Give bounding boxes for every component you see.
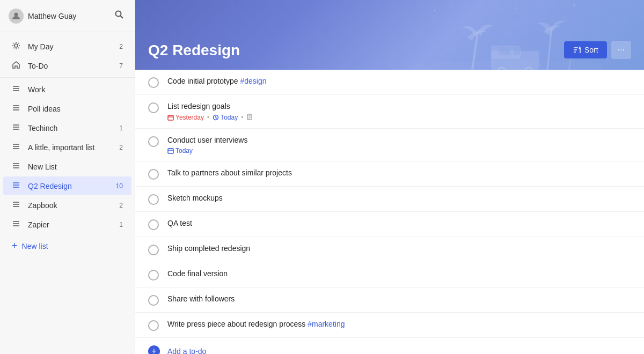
sidebar-item-to-do[interactable]: To-Do 7 <box>3 56 131 75</box>
table-row[interactable]: List redesign goals Yesterday • Today • <box>135 95 644 129</box>
sidebar-item-q2-redesign[interactable]: Q2 Redesign 10 <box>3 176 131 195</box>
task-text: Talk to partners about similar projects <box>167 168 292 177</box>
task-checkbox[interactable] <box>148 270 159 281</box>
sort-icon <box>573 46 581 54</box>
separator: • <box>207 114 209 121</box>
reminder-icon <box>213 114 219 121</box>
add-todo-button[interactable]: + Add a to-do <box>135 338 644 354</box>
sidebar-item-poll-ideas[interactable]: Poll ideas <box>3 99 131 118</box>
task-content: Write press piece about redesign process… <box>167 319 631 330</box>
sidebar-item-badge: 2 <box>114 202 123 209</box>
sidebar-item-a-little[interactable]: A little, important list 2 <box>3 138 131 157</box>
svg-line-64 <box>216 118 217 119</box>
table-row[interactable]: QA test <box>135 212 644 237</box>
task-content: Ship completed redesign <box>167 244 631 254</box>
search-button[interactable] <box>112 8 126 24</box>
task-text: Share with followers <box>167 294 235 303</box>
task-checkbox[interactable] <box>148 320 159 331</box>
sidebar-item-techinch[interactable]: Techinch 1 <box>3 119 131 137</box>
new-list-button[interactable]: + New list <box>3 236 131 256</box>
task-text: Conduct user interviews <box>167 135 631 146</box>
header-art <box>408 0 601 70</box>
table-row[interactable]: Code final version <box>135 262 644 287</box>
sidebar-item-new-list-item[interactable]: New List <box>3 157 131 176</box>
svg-point-50 <box>450 5 451 6</box>
sidebar-item-label: A little, important list <box>28 143 114 152</box>
sidebar-item-label: Techinch <box>28 124 114 132</box>
sidebar-item-badge: 2 <box>114 144 123 151</box>
svg-rect-69 <box>168 149 173 153</box>
note-icon <box>246 114 253 120</box>
list-icon <box>12 104 23 114</box>
task-text: List redesign goals <box>167 101 631 112</box>
svg-line-9 <box>18 48 19 49</box>
sidebar-item-label: Q2 Redesign <box>28 182 114 190</box>
calendar-icon <box>167 148 174 154</box>
table-row[interactable]: Write press piece about redesign process… <box>135 313 644 338</box>
table-row[interactable]: Talk to partners about similar projects <box>135 161 644 187</box>
task-checkbox[interactable] <box>148 77 159 88</box>
due-date-today: Today <box>213 114 238 121</box>
task-checkbox[interactable] <box>148 102 159 113</box>
task-list: Code initial prototype #design List rede… <box>135 70 644 354</box>
table-row[interactable]: Sketch mockups <box>135 187 644 212</box>
task-checkbox[interactable] <box>148 295 159 306</box>
task-meta: Yesterday • Today • <box>167 114 631 122</box>
sidebar-item-zapier[interactable]: Zapier 1 <box>3 215 131 234</box>
sidebar-item-zapbook[interactable]: Zapbook 2 <box>3 196 131 215</box>
due-date-today: Today <box>167 147 193 154</box>
note-icon-badge <box>246 114 253 122</box>
task-text: Ship completed redesign <box>167 244 250 253</box>
sidebar-header: Matthew Guay <box>0 0 135 32</box>
svg-line-10 <box>18 43 19 44</box>
list-title: Q2 Redesign <box>148 42 564 59</box>
svg-point-51 <box>515 8 516 9</box>
svg-point-53 <box>573 4 575 6</box>
sidebar-item-badge: 1 <box>114 124 123 132</box>
list-header: Q2 Redesign Sort ··· <box>135 0 644 70</box>
sidebar-item-badge: 1 <box>114 221 123 228</box>
due-date-overdue: Yesterday <box>167 114 204 121</box>
table-row[interactable]: Conduct user interviews Today <box>135 129 644 162</box>
task-tag: #design <box>240 77 266 85</box>
list-icon <box>12 181 23 191</box>
sidebar-item-my-day[interactable]: My Day 2 <box>3 37 131 56</box>
sidebar-item-label: Zapbook <box>28 201 114 210</box>
task-content: Share with followers <box>167 294 631 305</box>
sidebar: Matthew Guay <box>0 0 135 354</box>
user-name: Matthew Guay <box>28 12 76 20</box>
task-tag: #marketing <box>308 320 345 328</box>
user-profile[interactable]: Matthew Guay <box>9 9 76 24</box>
list-icon <box>12 219 23 230</box>
task-text: Code final version <box>167 269 228 278</box>
sun-icon <box>12 41 23 51</box>
sidebar-item-label: My Day <box>28 42 114 51</box>
task-content: Code initial prototype #design <box>167 76 631 87</box>
task-text: Write press piece about redesign process <box>167 320 308 328</box>
more-dots: ··· <box>618 45 625 54</box>
table-row[interactable]: Code initial prototype #design <box>135 70 644 95</box>
sidebar-nav: My Day 2 To-Do 7 Work <box>0 32 135 262</box>
task-content: Code final version <box>167 269 631 279</box>
sort-button[interactable]: Sort <box>564 41 607 58</box>
task-checkbox[interactable] <box>148 194 159 205</box>
list-icon <box>12 123 23 133</box>
svg-point-0 <box>14 12 18 16</box>
sidebar-item-label: Poll ideas <box>28 105 114 113</box>
svg-point-1 <box>116 11 121 17</box>
table-row[interactable]: Share with followers <box>135 287 644 313</box>
task-checkbox[interactable] <box>148 136 159 147</box>
plus-icon: + <box>12 240 18 252</box>
more-button[interactable]: ··· <box>611 41 631 59</box>
table-row[interactable]: Ship completed redesign <box>135 237 644 262</box>
list-icon <box>12 200 23 210</box>
task-text: Sketch mockups <box>167 194 223 202</box>
svg-rect-58 <box>168 115 173 120</box>
new-list-label: New list <box>22 242 48 250</box>
task-checkbox[interactable] <box>148 219 159 230</box>
sidebar-item-work[interactable]: Work <box>3 80 131 99</box>
list-icon <box>12 161 23 172</box>
task-checkbox[interactable] <box>148 245 159 255</box>
sidebar-item-label: Work <box>28 85 114 94</box>
task-checkbox[interactable] <box>148 169 159 180</box>
